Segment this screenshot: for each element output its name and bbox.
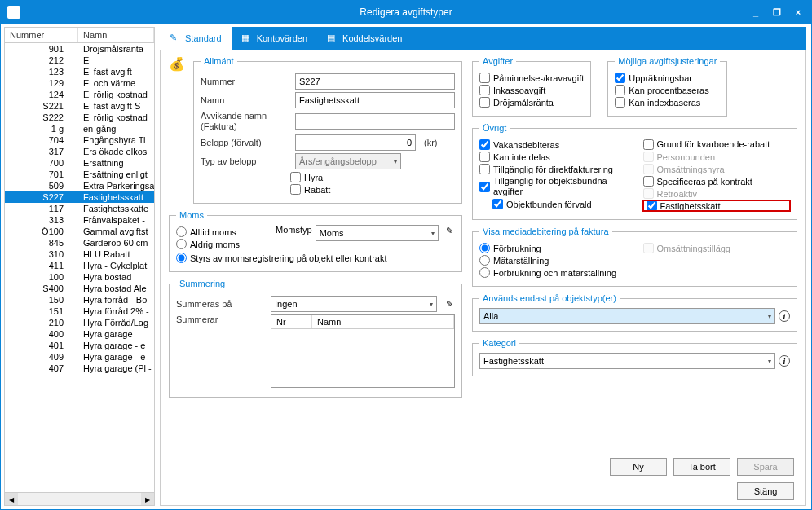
list-row[interactable]: S227Fastighetsskatt: [5, 191, 154, 203]
radio-styrs-moms[interactable]: [176, 253, 187, 263]
label-summerar: Summerar: [176, 314, 266, 324]
list-row[interactable]: 313Frånvalspaket -: [5, 214, 154, 226]
button-stang[interactable]: Stäng: [737, 482, 794, 500]
money-bag-icon: 💰: [169, 56, 185, 73]
input-nummer[interactable]: [295, 73, 455, 90]
input-namn[interactable]: [295, 92, 455, 108]
list-row[interactable]: 701Ersättning enligt: [5, 169, 154, 180]
button-ny[interactable]: Ny: [610, 458, 667, 476]
col-nr: Nr: [271, 315, 312, 328]
check-direktfakturering[interactable]: [479, 164, 490, 174]
radio-forbrukning[interactable]: [479, 243, 490, 253]
legend-allmant: Allmänt: [201, 56, 237, 66]
tab-standard[interactable]: ✎ Standard: [160, 27, 232, 50]
list-row[interactable]: 409Hyra garage - e: [5, 351, 154, 363]
check-drojsmal[interactable]: [479, 97, 490, 108]
list-row[interactable]: 411Hyra - Cykelplat: [5, 260, 154, 271]
list-row[interactable]: 407Hyra garage (Pl -: [5, 363, 154, 374]
list-row[interactable]: 700Ersättning: [5, 157, 154, 169]
check-procentbaseras[interactable]: [615, 85, 625, 95]
list-row[interactable]: 317Ers ökade elkos: [5, 146, 154, 157]
label-summeras: Summeras på: [176, 299, 266, 309]
select-summeras[interactable]: Ingen ▾: [271, 296, 437, 312]
tab-label: Kontovärden: [257, 33, 307, 43]
restore-button[interactable]: ❐: [770, 6, 783, 19]
summerar-table[interactable]: Nr Namn: [271, 314, 455, 388]
list-row[interactable]: 1 gen-gång: [5, 123, 154, 134]
check-paminnelse[interactable]: [479, 73, 490, 83]
edit-summeras-icon[interactable]: ✎: [444, 298, 455, 310]
list-row[interactable]: 401Hyra garage - e: [5, 340, 154, 351]
col-header-number[interactable]: Nummer: [5, 28, 78, 42]
legend-moms: Moms: [176, 210, 207, 220]
list-row[interactable]: 123El fast avgift: [5, 66, 154, 77]
check-objektbunden-forvald[interactable]: [492, 199, 503, 209]
info-icon[interactable]: i: [779, 310, 790, 322]
input-belopp[interactable]: [295, 134, 416, 151]
group-moms: Moms Alltid moms Aldrig moms Momstyp Mom…: [169, 210, 462, 272]
radio-forbr-mat[interactable]: [479, 267, 490, 278]
check-vakansdebiteras[interactable]: [479, 139, 490, 150]
label-namn: Namn: [201, 95, 290, 105]
select-kategori[interactable]: Fastighetsskatt ▾: [479, 353, 775, 369]
list-row[interactable]: 117Fastighetsskatte: [5, 203, 154, 214]
check-indexbaseras[interactable]: [615, 97, 625, 108]
edit-momstyp-icon[interactable]: ✎: [444, 225, 455, 236]
tab-label: Koddelsvärden: [342, 33, 402, 43]
radio-matarstallning[interactable]: [479, 255, 490, 266]
check-kan-inte-delas[interactable]: [479, 152, 490, 162]
close-button[interactable]: ×: [792, 6, 805, 19]
list-row[interactable]: 124El rörlig kostnad: [5, 89, 154, 100]
scroll-right-icon[interactable]: ▶: [141, 493, 154, 506]
check-specificeras[interactable]: [643, 176, 654, 187]
list-row[interactable]: 150Hyra förråd - Bo: [5, 294, 154, 306]
chevron-down-icon: ▾: [430, 301, 433, 308]
list-row[interactable]: 212El: [5, 55, 154, 66]
check-rabatt[interactable]: [290, 184, 301, 195]
list-row[interactable]: 901Dröjsmålsränta: [5, 43, 154, 55]
list-row[interactable]: 509Extra Parkeringsavgift: [5, 180, 154, 191]
check-inkasso[interactable]: [479, 85, 490, 95]
list-row[interactable]: 400Hyra garage: [5, 328, 154, 340]
check-fastighetsskatt[interactable]: [647, 200, 657, 211]
check-hyra[interactable]: [290, 172, 301, 182]
list-row[interactable]: Ö100Gammal avgiftst: [5, 226, 154, 237]
check-objektsbundna[interactable]: [479, 182, 490, 192]
radio-aldrig-moms[interactable]: [176, 239, 187, 249]
check-omsattningshyra: [643, 164, 654, 174]
list-row[interactable]: 310HLU Rabatt: [5, 248, 154, 260]
tab-koddelsvarden[interactable]: ▤ Koddelsvärden: [317, 27, 412, 50]
select-momstyp[interactable]: Moms ▾: [316, 225, 439, 241]
check-grund-kvarboende[interactable]: [643, 139, 654, 150]
check-upprakningsbar[interactable]: [615, 73, 625, 83]
list-body[interactable]: 901Dröjsmålsränta212El123El fast avgift1…: [5, 43, 154, 492]
horizontal-scrollbar[interactable]: ◀ ▶: [5, 492, 154, 505]
select-objektstyper[interactable]: Alla ▾: [479, 308, 775, 324]
list-row[interactable]: S400Hyra bostad Ale: [5, 283, 154, 294]
list-row[interactable]: 100Hyra bostad: [5, 271, 154, 283]
col-header-name[interactable]: Namn: [78, 28, 154, 42]
list-row[interactable]: 210Hyra Förråd/Lag: [5, 317, 154, 328]
label-rabatt: Rabatt: [304, 185, 330, 195]
group-avgifter: Avgifter Påminnelse-/kravavgift Inkassoa…: [472, 56, 591, 117]
radio-alltid-moms[interactable]: [176, 226, 187, 237]
scroll-left-icon[interactable]: ◀: [5, 493, 18, 506]
label-hyra: Hyra: [304, 173, 323, 182]
list-row[interactable]: S222El rörlig kostnad: [5, 112, 154, 123]
list-row[interactable]: 151Hyra förråd 2% -: [5, 306, 154, 317]
legend-avgifter: Avgifter: [479, 56, 516, 66]
input-avvikande[interactable]: [295, 113, 455, 130]
group-justeringar: Möjliga avgiftsjusteringar Uppräkningsba…: [607, 56, 727, 117]
legend-summering: Summering: [176, 279, 228, 288]
button-tabort[interactable]: Ta bort: [673, 458, 730, 476]
minimize-button[interactable]: _: [749, 6, 762, 19]
info-icon[interactable]: i: [779, 355, 790, 367]
legend-anvands: Används endast på objektstyp(er): [479, 293, 620, 303]
list-row[interactable]: 845Garderob 60 cm: [5, 237, 154, 248]
tab-label: Standard: [185, 33, 222, 43]
label-momstyp: Momstyp: [276, 225, 312, 235]
list-row[interactable]: S221El fast avgift S: [5, 100, 154, 112]
tab-kontovarden[interactable]: ▦ Kontovärden: [232, 27, 317, 50]
list-row[interactable]: 129El och värme: [5, 77, 154, 89]
list-row[interactable]: 704Engångshyra Ti: [5, 134, 154, 146]
